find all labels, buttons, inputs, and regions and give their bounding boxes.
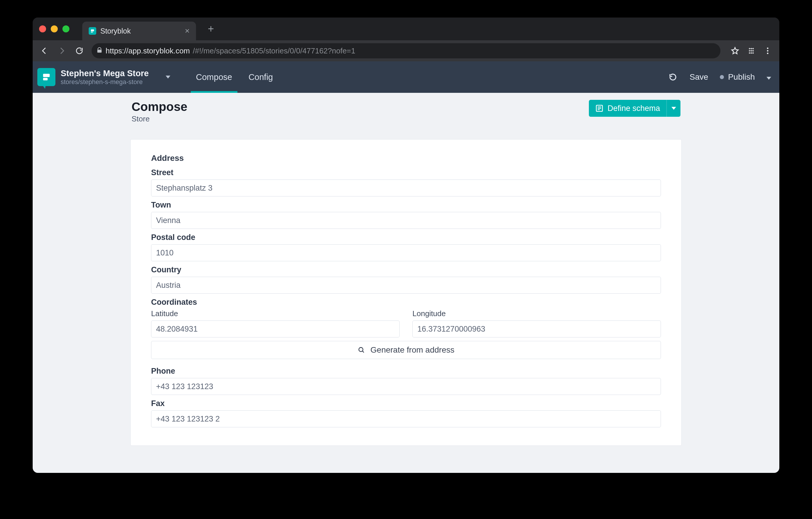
define-schema-button[interactable]: Define schema: [589, 100, 666, 117]
browser-tab-title: Storyblok: [100, 27, 181, 35]
form-card: Address Street Town Postal code Country: [130, 139, 682, 446]
svg-rect-1: [91, 32, 93, 33]
field-country: Country: [151, 265, 661, 294]
label-town: Town: [151, 200, 661, 210]
label-longitude: Longitude: [412, 309, 661, 318]
browser-right-icons: [727, 43, 775, 58]
field-fax: Fax: [151, 399, 661, 427]
generate-label: Generate from address: [370, 345, 455, 355]
input-latitude[interactable]: [151, 321, 400, 337]
tab-compose[interactable]: Compose: [188, 61, 240, 93]
tab-close-icon[interactable]: ×: [185, 27, 190, 35]
input-phone[interactable]: [151, 378, 661, 395]
browser-toolbar: https://app.storyblok.com/#!/me/spaces/5…: [33, 40, 779, 61]
svg-point-4: [767, 50, 768, 52]
space-slug: stores/stephen-s-mega-store: [61, 78, 149, 85]
lock-icon: [96, 47, 103, 55]
field-town: Town: [151, 200, 661, 229]
label-latitude: Latitude: [151, 309, 400, 318]
new-tab-button[interactable]: +: [205, 23, 217, 35]
field-phone: Phone: [151, 366, 661, 395]
schema-icon: [595, 104, 604, 112]
browser-window: Storyblok × + https://app.storyblok.com/…: [33, 18, 779, 473]
publish-status-dot-icon: [720, 75, 724, 79]
page-subtitle: Store: [132, 114, 187, 124]
revert-icon[interactable]: [668, 72, 678, 82]
input-longitude[interactable]: [412, 321, 661, 337]
nav-reload-button[interactable]: [72, 43, 87, 58]
define-schema-dropdown[interactable]: [666, 100, 680, 117]
main-tabs: Compose Config: [188, 61, 281, 93]
space-switcher-caret-icon[interactable]: [166, 75, 170, 80]
window-zoom-button[interactable]: [62, 25, 69, 32]
svg-point-5: [767, 53, 768, 54]
page-header: Compose Store Define schema: [130, 99, 682, 128]
header-actions: Save Publish: [668, 72, 771, 82]
window-close-button[interactable]: [39, 25, 46, 32]
window-minimize-button[interactable]: [51, 25, 58, 32]
app-header: Stephen's Mega Store stores/stephen-s-me…: [33, 61, 779, 93]
svg-point-9: [359, 347, 363, 351]
label-coordinates: Coordinates: [151, 298, 661, 307]
generate-from-address-button[interactable]: Generate from address: [151, 341, 661, 359]
storyblok-logo-icon: [37, 68, 55, 86]
publish-caret-icon[interactable]: [766, 73, 771, 82]
input-town[interactable]: [151, 212, 661, 229]
nav-back-button[interactable]: [37, 43, 52, 58]
url-path: /#!/me/spaces/51805/stories/0/0/477162?n…: [193, 47, 355, 55]
address-bar[interactable]: https://app.storyblok.com/#!/me/spaces/5…: [92, 43, 720, 58]
svg-rect-6: [43, 74, 50, 77]
field-postal-code: Postal code: [151, 233, 661, 261]
nav-forward-button[interactable]: [54, 43, 69, 58]
browser-tab-active[interactable]: Storyblok ×: [82, 22, 196, 40]
label-country: Country: [151, 265, 661, 274]
page-body[interactable]: Compose Store Define schema Address Stre…: [33, 93, 779, 473]
svg-rect-0: [91, 29, 94, 31]
tab-config[interactable]: Config: [240, 61, 281, 93]
publish-label: Publish: [728, 73, 755, 82]
input-fax[interactable]: [151, 410, 661, 427]
search-icon: [357, 346, 365, 354]
space-title: Stephen's Mega Store: [61, 69, 149, 78]
label-fax: Fax: [151, 399, 661, 408]
section-address-label: Address: [151, 154, 661, 163]
page-title: Compose: [132, 100, 187, 114]
save-button[interactable]: Save: [690, 73, 708, 82]
svg-rect-7: [43, 78, 48, 81]
field-coordinates: Coordinates Latitude Longitude G: [151, 298, 661, 359]
kebab-menu-icon[interactable]: [760, 43, 775, 58]
define-schema-group: Define schema: [589, 100, 680, 117]
input-country[interactable]: [151, 277, 661, 294]
storyblok-favicon-icon: [89, 27, 96, 35]
space-brand[interactable]: Stephen's Mega Store stores/stephen-s-me…: [37, 68, 170, 86]
label-street: Street: [151, 168, 661, 177]
define-schema-label: Define schema: [608, 104, 660, 113]
extensions-icon[interactable]: [744, 43, 759, 58]
label-postal-code: Postal code: [151, 233, 661, 242]
publish-button[interactable]: Publish: [720, 73, 771, 82]
window-controls: [39, 25, 69, 32]
svg-rect-2: [97, 50, 102, 53]
field-street: Street: [151, 168, 661, 196]
input-street[interactable]: [151, 180, 661, 196]
bookmark-star-icon[interactable]: [727, 43, 743, 58]
url-host: https://app.storyblok.com: [106, 47, 190, 55]
input-postal-code[interactable]: [151, 244, 661, 261]
svg-point-3: [767, 48, 768, 49]
label-phone: Phone: [151, 366, 661, 376]
browser-titlebar: Storyblok × +: [33, 18, 779, 40]
